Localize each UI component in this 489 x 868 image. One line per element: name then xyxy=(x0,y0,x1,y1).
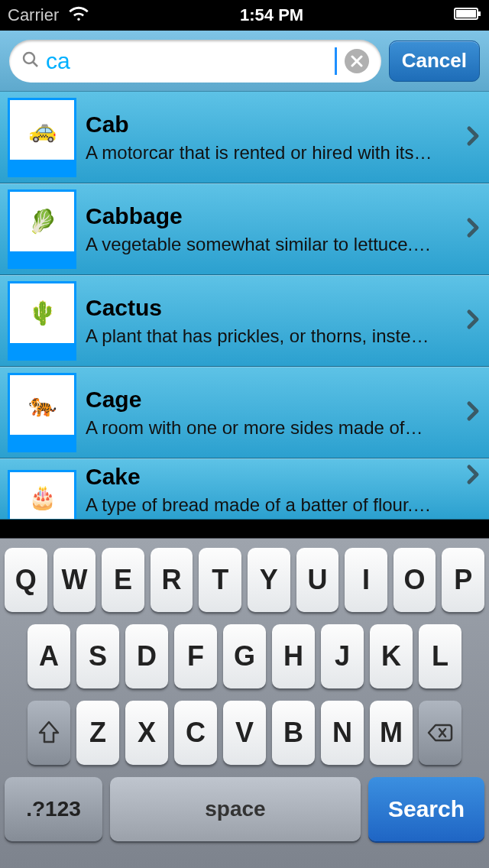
item-description: A motorcar that is rented or hired with … xyxy=(86,142,457,164)
key-h[interactable]: H xyxy=(272,624,315,688)
key-m[interactable]: M xyxy=(370,701,413,765)
svg-line-4 xyxy=(33,62,37,66)
keyboard-row-1: Q W E R T Y U I O P xyxy=(5,548,484,612)
chevron-right-icon xyxy=(466,125,480,150)
item-title: Cake xyxy=(86,464,457,490)
text-caret xyxy=(335,47,337,75)
search-field[interactable] xyxy=(9,40,381,83)
thumb-image: 🚕 xyxy=(10,100,74,160)
keyboard-row-2: A S D F G H J K L xyxy=(5,624,484,688)
row-text: Cactus A plant that has prickles, or tho… xyxy=(86,295,457,347)
item-title: Cab xyxy=(86,112,457,138)
keyboard: Q W E R T Y U I O P A S D F G H J K L Z … xyxy=(0,538,489,868)
status-right xyxy=(454,5,481,25)
svg-point-3 xyxy=(24,53,34,63)
mode-switch-key[interactable]: .?123 xyxy=(5,777,102,841)
thumb-image: 🥬 xyxy=(10,192,74,251)
key-z[interactable]: Z xyxy=(76,701,119,765)
search-icon xyxy=(21,50,40,72)
key-s[interactable]: S xyxy=(76,624,119,688)
list-item[interactable]: 🎂 Cake A type of bread made of a batter … xyxy=(0,458,489,520)
key-p[interactable]: P xyxy=(442,548,484,612)
clear-search-button[interactable] xyxy=(345,49,369,73)
key-v[interactable]: V xyxy=(223,701,266,765)
item-description: A vegetable somewhat similar to lettuce.… xyxy=(86,234,457,255)
item-title: Cactus xyxy=(86,295,457,321)
thumbnail: 🚕 xyxy=(8,98,76,177)
key-n[interactable]: N xyxy=(321,701,364,765)
carrier-label: Carrier xyxy=(8,5,59,25)
status-bar: Carrier 1:54 PM xyxy=(0,0,489,31)
svg-rect-2 xyxy=(456,10,476,18)
chevron-right-icon xyxy=(466,309,480,333)
key-t[interactable]: T xyxy=(199,548,241,612)
item-description: A plant that has prickles, or thorns, in… xyxy=(86,326,457,347)
row-text: Cage A room with one or more sides made … xyxy=(86,387,457,439)
key-i[interactable]: I xyxy=(345,548,387,612)
backspace-key[interactable] xyxy=(419,701,461,765)
item-title: Cage xyxy=(86,387,457,413)
key-d[interactable]: D xyxy=(125,624,168,688)
keyboard-row-3: Z X C V B N M xyxy=(5,701,484,765)
row-text: Cake A type of bread made of a batter of… xyxy=(86,464,457,516)
key-k[interactable]: K xyxy=(370,624,413,688)
list-item[interactable]: 🐅 Cage A room with one or more sides mad… xyxy=(0,367,489,458)
wifi-icon xyxy=(68,5,89,26)
key-f[interactable]: F xyxy=(174,624,217,688)
keyboard-row-4: .?123 space Search xyxy=(5,777,484,841)
space-key[interactable]: space xyxy=(110,777,361,841)
results-list[interactable]: 🚕 Cab A motorcar that is rented or hired… xyxy=(0,92,489,538)
keyboard-search-key[interactable]: Search xyxy=(368,777,484,841)
status-time: 1:54 PM xyxy=(240,5,303,25)
key-c[interactable]: C xyxy=(174,701,217,765)
key-l[interactable]: L xyxy=(419,624,461,688)
key-j[interactable]: J xyxy=(321,624,364,688)
chevron-right-icon xyxy=(466,464,480,488)
thumbnail: 🎂 xyxy=(8,470,76,520)
row-text: Cabbage A vegetable somewhat similar to … xyxy=(86,203,457,255)
key-r[interactable]: R xyxy=(151,548,193,612)
key-x[interactable]: X xyxy=(125,701,168,765)
search-input[interactable] xyxy=(46,48,336,74)
svg-rect-1 xyxy=(478,11,481,16)
status-left: Carrier xyxy=(8,5,89,26)
item-description: A room with one or more sides made of… xyxy=(86,417,457,439)
battery-icon xyxy=(454,5,481,25)
list-item[interactable]: 🥬 Cabbage A vegetable somewhat similar t… xyxy=(0,183,489,275)
cancel-label: Cancel xyxy=(402,49,467,73)
cancel-button[interactable]: Cancel xyxy=(389,40,480,82)
key-o[interactable]: O xyxy=(393,548,436,612)
key-q[interactable]: Q xyxy=(5,548,47,612)
key-w[interactable]: W xyxy=(53,548,96,612)
chevron-right-icon xyxy=(466,217,480,241)
row-text: Cab A motorcar that is rented or hired w… xyxy=(86,112,457,164)
item-description: A type of bread made of a batter of flou… xyxy=(86,494,457,516)
list-item[interactable]: 🚕 Cab A motorcar that is rented or hired… xyxy=(0,92,489,183)
key-e[interactable]: E xyxy=(102,548,144,612)
thumb-image: 🌵 xyxy=(10,283,74,343)
key-g[interactable]: G xyxy=(223,624,266,688)
key-b[interactable]: B xyxy=(272,701,315,765)
thumb-image: 🎂 xyxy=(10,472,74,520)
thumb-image: 🐅 xyxy=(10,375,74,435)
thumbnail: 🥬 xyxy=(8,189,76,269)
thumbnail: 🐅 xyxy=(8,373,76,452)
item-title: Cabbage xyxy=(86,203,457,229)
search-bar: Cancel xyxy=(0,31,489,92)
key-y[interactable]: Y xyxy=(248,548,290,612)
thumbnail: 🌵 xyxy=(8,281,76,361)
shift-key[interactable] xyxy=(28,701,70,765)
list-item[interactable]: 🌵 Cactus A plant that has prickles, or t… xyxy=(0,275,489,367)
chevron-right-icon xyxy=(466,400,480,425)
key-a[interactable]: A xyxy=(28,624,70,688)
key-u[interactable]: U xyxy=(296,548,339,612)
